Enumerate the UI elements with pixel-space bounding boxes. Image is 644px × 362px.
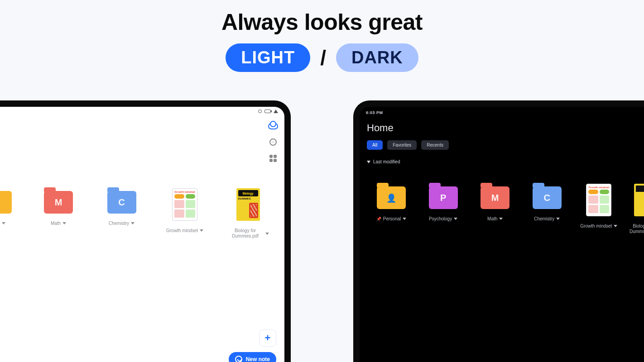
folder-icon: C xyxy=(533,186,562,209)
book-series: DUMMIES xyxy=(238,197,251,200)
book-thumb: Biology DUMMIES xyxy=(236,188,260,221)
battery-icon xyxy=(264,110,271,113)
chip-favorites[interactable]: Favorites xyxy=(387,140,417,150)
book-brand: Biology xyxy=(238,190,258,196)
grid-view-icon[interactable] xyxy=(269,155,277,162)
file-label: Growth mindset xyxy=(166,228,203,233)
chevron-down-icon xyxy=(499,218,503,220)
folder-letter: C xyxy=(107,191,136,214)
file-label-text: Biology for Dummies.pdf xyxy=(227,228,264,239)
files-row: al M Math C Chemistry xyxy=(0,188,272,239)
chip-all[interactable]: All xyxy=(367,140,383,150)
file-item-math[interactable]: M Math xyxy=(471,184,519,221)
chevron-down-icon xyxy=(454,218,457,220)
file-label-text: Chemistry xyxy=(534,216,554,221)
folder-icon: M xyxy=(481,186,509,209)
folder-emoji-icon: 👤 xyxy=(386,193,396,203)
file-label: Biology Dummies xyxy=(630,224,644,234)
sort-control[interactable]: Last modified xyxy=(367,159,400,164)
files-row: 👤 📌 Personal P Psychology M Math xyxy=(368,184,644,234)
document-thumb: Growth mindset xyxy=(586,184,611,216)
add-button[interactable]: + xyxy=(259,329,276,347)
file-label-text: Math xyxy=(51,221,61,226)
wifi-icon xyxy=(274,110,278,113)
dark-tablet: 6:03 PM Home All Favorites Recents Last … xyxy=(353,100,644,362)
doc-thumb-title: Growth mindset xyxy=(174,191,195,193)
new-note-button[interactable]: New note xyxy=(229,352,276,362)
light-badge: LIGHT xyxy=(226,43,310,72)
chevron-down-icon xyxy=(265,233,269,235)
doc-thumb-title: Growth mindset xyxy=(588,186,609,189)
chevron-down-icon xyxy=(2,222,5,224)
light-tablet: al M Math C Chemistry xyxy=(0,100,291,362)
folder-letter: P xyxy=(429,186,458,209)
chevron-down-icon xyxy=(200,229,203,232)
file-item-growth-mindset[interactable]: Growth mindset Growth mindset xyxy=(575,184,622,229)
chevron-down-icon xyxy=(403,218,406,220)
document-thumb: Growth mindset xyxy=(172,188,197,221)
chip-recents[interactable]: Recents xyxy=(421,140,449,150)
file-label: 📌 Personal xyxy=(376,216,406,221)
folder-icon: 👤 xyxy=(377,186,406,209)
hero-section: Always looks great LIGHT / DARK xyxy=(0,0,644,72)
file-label: Chemistry xyxy=(109,221,135,226)
folder-letter: C xyxy=(533,186,562,209)
pen-icon xyxy=(235,356,242,362)
book-art-icon xyxy=(249,203,258,218)
folder-icon: P xyxy=(429,186,458,209)
file-label-text: Chemistry xyxy=(109,221,129,226)
file-item-chemistry[interactable]: C Chemistry xyxy=(524,184,571,221)
file-item-math[interactable]: M Math xyxy=(35,188,82,226)
file-label: Psychology xyxy=(429,216,457,221)
file-label-text: Math xyxy=(487,216,497,221)
devices-row: al M Math C Chemistry xyxy=(0,100,644,362)
folder-icon: M xyxy=(44,191,73,214)
file-item-personal[interactable]: 👤 📌 Personal xyxy=(368,184,415,221)
file-label: al xyxy=(0,221,5,226)
file-label: Chemistry xyxy=(534,216,560,221)
chevron-down-icon xyxy=(131,222,135,224)
file-item-chemistry[interactable]: C Chemistry xyxy=(98,188,145,226)
file-item-psychology[interactable]: P Psychology xyxy=(420,184,467,221)
theme-badge-row: LIGHT / DARK xyxy=(0,43,644,72)
folder-icon xyxy=(0,191,12,214)
target-icon[interactable] xyxy=(269,138,277,146)
sort-label: Last modified xyxy=(373,159,400,164)
hero-title: Always looks great xyxy=(0,9,644,35)
file-label-text: Personal xyxy=(383,216,401,221)
file-item-personal-partial[interactable]: al xyxy=(0,188,19,226)
dark-badge: DARK xyxy=(336,43,418,72)
status-bar xyxy=(258,110,278,113)
file-label-text: Growth mindset xyxy=(166,228,198,233)
file-label-text: Biology Dummies xyxy=(630,224,644,234)
folder-letter: M xyxy=(44,191,73,214)
cloud-icon[interactable] xyxy=(268,123,278,129)
sort-arrow-icon xyxy=(367,161,370,163)
new-note-label: New note xyxy=(246,356,270,362)
book-thumb-partial xyxy=(634,184,644,216)
chevron-down-icon xyxy=(62,222,66,224)
file-label-text: Growth mindset xyxy=(580,224,612,229)
file-label-text: Psychology xyxy=(429,216,452,221)
folder-icon: C xyxy=(107,191,136,214)
filter-chips: All Favorites Recents xyxy=(367,140,449,150)
file-item-biology-book[interactable]: Biology DUMMIES Biology for Dummies.pdf xyxy=(224,188,272,239)
folder-letter: M xyxy=(481,186,509,209)
page-title: Home xyxy=(367,122,394,134)
file-label: Math xyxy=(51,221,66,226)
file-label: Math xyxy=(487,216,503,221)
file-label: Biology for Dummies.pdf xyxy=(227,228,269,239)
top-actions xyxy=(268,123,278,162)
status-bar-time: 6:03 PM xyxy=(366,110,383,115)
file-item-biology-partial[interactable]: Biology Dummies xyxy=(627,184,644,234)
signal-icon xyxy=(258,110,262,113)
chevron-down-icon xyxy=(614,225,617,227)
file-label: Growth mindset xyxy=(580,224,617,229)
slash-separator: / xyxy=(320,46,326,70)
chevron-down-icon xyxy=(556,218,560,220)
fab-column: + New note xyxy=(229,329,276,362)
file-item-growth-mindset[interactable]: Growth mindset Growth mindset xyxy=(161,188,209,233)
